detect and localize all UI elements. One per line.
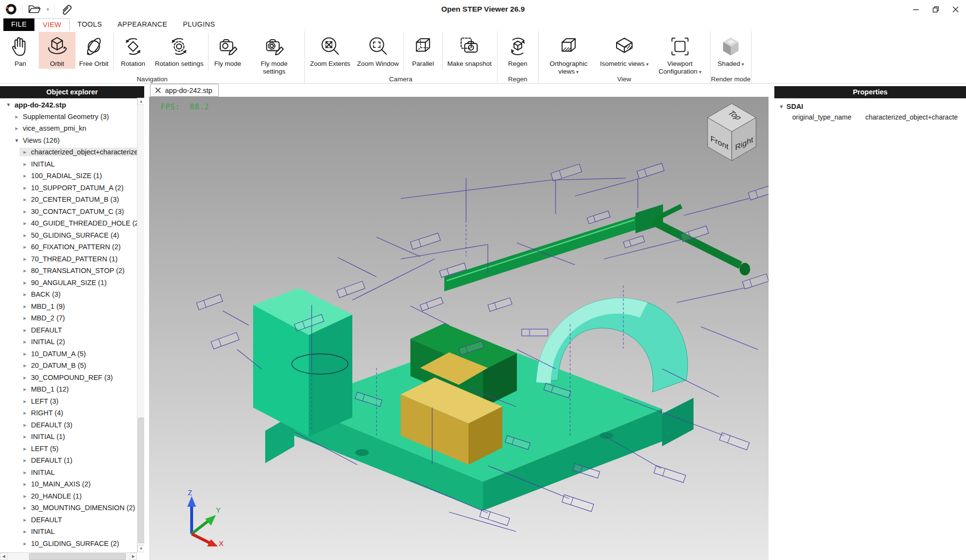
menu-tools[interactable]: TOOLS <box>70 18 110 31</box>
ribbon-button-pan[interactable]: Pan <box>2 32 39 69</box>
tree-item-80-translation-stop-2[interactable]: ▸80_TRANSLATION_STOP (2) <box>0 265 137 277</box>
chevron-right-icon[interactable]: ▸ <box>22 161 28 167</box>
tree-item-90-angular-size-1[interactable]: ▸90_ANGULAR_SIZE (1) <box>0 277 137 289</box>
explorer-horizontal-scrollbar[interactable]: ◀ ▶ <box>0 552 137 560</box>
minimize-button[interactable] <box>912 6 920 13</box>
chevron-right-icon[interactable]: ▸ <box>22 528 28 535</box>
chevron-right-icon[interactable]: ▸ <box>22 469 28 476</box>
tree-item-initial[interactable]: ▸INITIAL <box>0 467 137 479</box>
tree-item-10-gliding-surface-2[interactable]: ▸10_GLIDING_SURFACE (2) <box>0 538 137 550</box>
chevron-right-icon[interactable]: ▸ <box>22 481 28 487</box>
tree-item-mbd-1-9[interactable]: ▸MBD_1 (9) <box>0 301 137 313</box>
dropdown-caret-icon[interactable]: ▾ <box>741 61 744 67</box>
ribbon-button-fly-mode[interactable]: Fly mode <box>210 32 246 69</box>
chevron-right-icon[interactable]: ▸ <box>22 540 28 547</box>
chevron-right-icon[interactable]: ▸ <box>22 374 28 381</box>
tree-item-default[interactable]: ▸DEFAULT <box>0 514 137 526</box>
ribbon-button-parallel[interactable]: Parallel <box>405 32 441 69</box>
chevron-right-icon[interactable]: ▸ <box>22 196 28 203</box>
chevron-right-icon[interactable]: ▸ <box>22 350 28 357</box>
ribbon-button-fly-mode-settings[interactable]: Fly mode settings <box>246 32 302 76</box>
tree-item-60-fixation-pattern-2[interactable]: ▸60_FIXATION_PATTERN (2) <box>0 241 137 253</box>
viewport-canvas[interactable]: FPS:88.2 Top Front Right Z Y <box>149 97 769 560</box>
tab-close-icon[interactable] <box>155 87 161 93</box>
tree-item-default-3[interactable]: ▸DEFAULT (3) <box>0 419 137 431</box>
chevron-right-icon[interactable]: ▸ <box>22 267 28 274</box>
ribbon-button-regen[interactable]: Regen <box>499 32 536 69</box>
chevron-right-icon[interactable]: ▸ <box>22 184 28 191</box>
menu-appearance[interactable]: APPEARANCE <box>110 18 175 31</box>
vice-3d-model[interactable] <box>149 97 769 560</box>
chevron-right-icon[interactable]: ▸ <box>22 303 28 310</box>
tree-item-left-5[interactable]: ▸LEFT (5) <box>0 443 137 455</box>
dropdown-caret-icon[interactable]: ▾ <box>646 61 649 67</box>
tree-item-100-radial-size-1[interactable]: ▸100_RADIAL_SIZE (1) <box>0 170 137 182</box>
dropdown-caret-icon[interactable]: ▾ <box>576 69 579 75</box>
ribbon-button-rotation-settings[interactable]: Rotation settings <box>151 32 207 69</box>
tree-item-30-mounting-dimension-2[interactable]: ▸30_MOUNTING_DIMENSION (2) <box>0 502 137 514</box>
chevron-right-icon[interactable]: ▸ <box>22 422 28 428</box>
tree-item-20-datum-b-5[interactable]: ▸20_DATUM_B (5) <box>0 360 137 372</box>
tree-item-30-compound-ref-3[interactable]: ▸30_COMPOUND_REF (3) <box>0 372 137 384</box>
tree-item-70-thread-pattern-1[interactable]: ▸70_THREAD_PATTERN (1) <box>0 253 137 265</box>
chevron-right-icon[interactable]: ▸ <box>22 445 28 452</box>
ribbon-button-free-orbit[interactable]: Free Orbit <box>75 32 112 69</box>
chevron-right-icon[interactable]: ▸ <box>22 457 28 464</box>
chevron-right-icon[interactable]: ▸ <box>14 125 20 132</box>
dropdown-caret-icon[interactable]: ▾ <box>699 69 701 75</box>
ribbon-button-rotation[interactable]: Rotation <box>115 32 151 69</box>
tree-item-30-contact-datum-c-3[interactable]: ▸30_CONTACT_DATUM_C (3) <box>0 206 137 218</box>
tree-item-characterized-object-characterize[interactable]: ▸characterized_object+characterize <box>0 146 137 158</box>
chevron-right-icon[interactable]: ▸ <box>22 232 28 239</box>
scroll-left-icon[interactable]: ◀ <box>0 553 7 560</box>
tree-item-views-126[interactable]: ▾Views (126) <box>0 135 137 147</box>
ribbon-button-orthographic-views[interactable]: Orthographic views▾ <box>541 32 597 77</box>
tree-item-supplemental-geometry-3[interactable]: ▸Supplemental Geometry (3) <box>0 111 137 123</box>
tree-item-back-3[interactable]: ▸BACK (3) <box>0 288 137 301</box>
scrollbar-thumb[interactable] <box>138 418 145 543</box>
chevron-right-icon[interactable]: ▸ <box>22 433 28 440</box>
tree-item-10-support-datum-a-2[interactable]: ▸10_SUPPORT_DATUM_A (2) <box>0 182 137 194</box>
tree-item-vice-assem-pmi-kn[interactable]: ▸vice_assem_pmi_kn <box>0 122 137 135</box>
chevron-right-icon[interactable]: ▸ <box>22 149 28 155</box>
ribbon-button-viewport-configuration[interactable]: Viewport Configuration▾ <box>652 32 708 77</box>
scroll-up-icon[interactable]: ▲ <box>137 98 145 105</box>
ribbon-button-zoom-extents[interactable]: Zoom Extents <box>307 32 354 69</box>
tree-item-initial-2[interactable]: ▸INITIAL (2) <box>0 336 137 348</box>
tree-item-initial[interactable]: ▸INITIAL <box>0 158 137 170</box>
tree-item-app-do-242-stp[interactable]: ▾app-do-242.stp <box>0 99 137 111</box>
chevron-right-icon[interactable]: ▸ <box>22 362 28 369</box>
tree-item-mbd-2-7[interactable]: ▸MBD_2 (7) <box>0 312 137 324</box>
tree-item-default[interactable]: ▸DEFAULT <box>0 324 137 336</box>
ribbon-button-shaded[interactable]: Shaded▾ <box>712 32 749 69</box>
tree-item-10-datum-a-5[interactable]: ▸10_DATUM_A (5) <box>0 348 137 360</box>
ribbon-button-orbit[interactable]: Orbit <box>39 32 75 69</box>
explorer-vertical-scrollbar[interactable]: ▲ ▼ <box>137 98 144 552</box>
tree-item-initial-1[interactable]: ▸INITIAL (1) <box>0 431 137 443</box>
chevron-right-icon[interactable]: ▸ <box>22 243 28 250</box>
restore-button[interactable] <box>932 6 939 13</box>
chevron-right-icon[interactable]: ▸ <box>22 386 28 393</box>
tree-item-50-gliding-surface-4[interactable]: ▸50_GLIDING_SURFACE (4) <box>0 229 137 242</box>
chevron-right-icon[interactable]: ▸ <box>22 256 28 262</box>
chevron-right-icon[interactable]: ▸ <box>22 220 28 227</box>
chevron-down-icon[interactable]: ▾ <box>778 103 785 110</box>
chevron-right-icon[interactable]: ▸ <box>22 279 28 286</box>
tree-item-left-3[interactable]: ▸LEFT (3) <box>0 395 137 408</box>
chevron-right-icon[interactable]: ▸ <box>22 504 28 511</box>
menu-file[interactable]: FILE <box>3 18 34 31</box>
chevron-right-icon[interactable]: ▸ <box>22 398 28 405</box>
chevron-right-icon[interactable]: ▸ <box>22 493 28 499</box>
ribbon-button-make-snapshot[interactable]: Make snapshot <box>444 32 495 69</box>
chevron-right-icon[interactable]: ▸ <box>22 208 28 215</box>
chevron-right-icon[interactable]: ▸ <box>22 172 28 179</box>
tree-item-10-main-axis-2[interactable]: ▸10_MAIN_AXIS (2) <box>0 478 137 490</box>
menu-view[interactable]: VIEW <box>34 18 70 31</box>
scrollbar-thumb[interactable] <box>29 553 126 560</box>
close-button[interactable] <box>952 6 959 13</box>
ribbon-button-zoom-window[interactable]: Zoom Window <box>354 32 402 69</box>
tree-item-initial[interactable]: ▸INITIAL <box>0 526 137 538</box>
chevron-right-icon[interactable]: ▸ <box>22 338 28 345</box>
properties-group-sdai[interactable]: ▾ SDAI <box>774 103 966 110</box>
tree-item-40-guide-threaded-hole-2[interactable]: ▸40_GUIDE_THREADED_HOLE (2) <box>0 217 137 229</box>
